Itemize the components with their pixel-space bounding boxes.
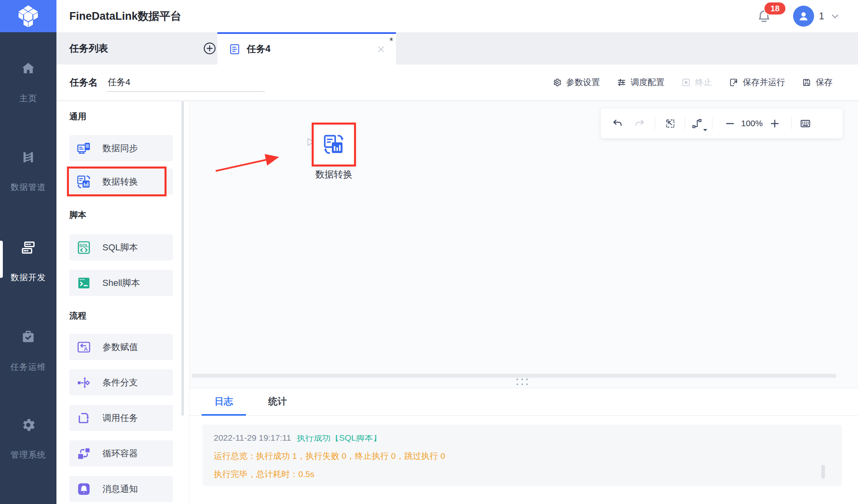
tab-strip: 任务列表 任务4 * [56,32,858,65]
notification-badge: 18 [764,2,786,15]
avatar[interactable] [793,6,814,27]
action-label: 保存并运行 [743,77,785,88]
condition-branch-icon [77,375,91,390]
action-label: 终止 [695,77,712,88]
palette-item-label: SQL脚本 [102,242,138,254]
redo-icon[interactable] [634,118,645,129]
loop-container-icon [77,446,91,461]
log-scrollbar[interactable] [821,465,825,479]
schedule-config-button[interactable]: 调度配置 [617,77,664,88]
stop-icon [681,78,691,87]
save-run-icon [729,78,738,87]
palette-item-label: 条件分支 [102,377,138,389]
data-dev-icon [20,240,36,256]
palette-item-label: 数据转换 [102,176,138,188]
component-palette: 通用 数据同步 数据转换 [56,101,190,504]
close-icon[interactable] [377,45,385,54]
palette-item-call-task[interactable]: 调用任务 [69,405,173,431]
params-settings-button[interactable]: 参数设置 [552,77,600,88]
keyboard-shortcuts-icon[interactable] [800,118,811,129]
zoom-in-icon[interactable] [769,118,780,129]
log-output[interactable]: 2022-11-29 19:17:11执行成功【SQL脚本】 运行总览：执行成功… [202,425,842,486]
action-label: 保存 [816,77,833,88]
log-line: 执行完毕，总计耗时：0.5s [214,465,814,482]
person-icon [797,9,810,23]
username[interactable]: 1 [819,11,824,22]
tab-stats[interactable]: 统计 [255,388,300,416]
sidebar-item-pipeline[interactable]: 数据管道 [0,149,56,193]
sidebar-item-home[interactable]: 主页 [0,60,56,104]
gear-icon [552,78,562,87]
header-right-cluster: 18 1 [757,0,840,32]
save-and-run-button[interactable]: 保存并运行 [729,77,785,88]
home-icon [20,60,36,77]
sidebar-item-admin[interactable]: 管理系统 [0,417,56,460]
add-task-button[interactable] [203,42,217,55]
data-transform-icon [77,175,91,189]
task-list-title: 任务列表 [69,32,108,65]
palette-item-shell-script[interactable]: Shell脚本 [69,270,173,296]
param-assign-icon: A [77,340,91,354]
task-toolbar: 任务名 参数设置 调度配置 [56,65,858,101]
palette-item-condition-branch[interactable]: 条件分支 [69,369,173,396]
svg-text:A: A [84,346,88,352]
palette-item-loop-container[interactable]: 循环容器 [69,440,173,467]
tab-log[interactable]: 日志 [202,388,246,416]
palette-item-label: 消息通知 [102,483,138,495]
terminate-button[interactable]: 终止 [681,77,712,88]
panel-resize-handle[interactable] [512,377,532,387]
action-label: 参数设置 [566,77,600,88]
palette-item-label: 循环容器 [102,448,138,460]
fit-view-icon[interactable] [665,118,676,129]
canvas-toolbar: 100% [601,108,843,138]
top-header: FineDataLink数据平台 18 1 [56,0,858,32]
flow-canvas[interactable]: 数据转换 [190,101,858,388]
sidebar: 主页 数据管道 数据开发 任务运维 [0,0,56,504]
tab-task4[interactable]: 任务4 * [217,32,396,65]
task-name-label: 任务名 [70,65,98,100]
task-doc-icon [229,43,241,55]
bottom-panel: 日志 统计 2022-11-29 19:17:11执行成功【SQL脚本】 运行总… [190,388,858,504]
task-name-input[interactable] [107,73,265,92]
gear-icon [20,417,36,433]
log-timestamp: 2022-11-29 19:17:11 [214,435,291,442]
sidebar-item-task-ops[interactable]: 任务运维 [0,329,56,373]
toolbar-divider [655,117,655,129]
tab-label: 任务4 [247,34,271,64]
palette-item-label: 参数赋值 [102,341,138,353]
palette-item-param-assign[interactable]: A 参数赋值 [69,334,173,360]
unsaved-marker: * [389,35,393,47]
drag-dots [516,379,528,380]
undo-icon[interactable] [612,118,623,129]
sidebar-item-label: 数据管道 [10,181,46,193]
sidebar-item-label: 任务运维 [10,361,46,373]
call-task-icon [77,411,91,425]
palette-item-data-transform[interactable]: 数据转换 [69,169,173,195]
palette-item-label: Shell脚本 [102,277,140,289]
palette-scrollbar[interactable] [181,101,184,416]
svg-text:SQL: SQL [79,243,88,248]
palette-item-sql-script[interactable]: SQL SQL脚本 [69,234,173,260]
page-title: FineDataLink数据平台 [69,0,181,32]
task-ops-icon [20,329,36,345]
chevron-down-icon[interactable] [830,11,840,21]
sidebar-item-data-dev[interactable]: 数据开发 [0,240,56,283]
notifications-button[interactable]: 18 [757,8,772,24]
toolbar-actions: 参数设置 调度配置 终止 保 [552,65,833,100]
palette-item-message-notify[interactable]: 消息通知 [69,476,173,502]
sidebar-item-label: 主页 [19,93,37,104]
sql-script-icon: SQL [77,240,91,255]
zoom-level: 100% [741,119,763,128]
zoom-out-icon[interactable] [725,118,735,129]
data-transform-icon [323,133,345,155]
palette-section-script: 脚本 [69,209,86,221]
log-line: 运行总览：执行成功 1，执行失败 0，终止执行 0，跳过执行 0 [214,447,814,465]
save-button[interactable]: 保存 [802,77,833,88]
palette-item-data-sync[interactable]: 数据同步 [69,135,173,161]
toolbar-divider [712,117,712,129]
node-data-transform[interactable] [313,124,354,165]
bottom-tabs: 日志 统计 [190,388,858,416]
connector-style-button[interactable] [691,118,702,129]
palette-item-label: 数据同步 [102,142,138,154]
log-line: 2022-11-29 19:17:11执行成功【SQL脚本】 [214,435,814,447]
